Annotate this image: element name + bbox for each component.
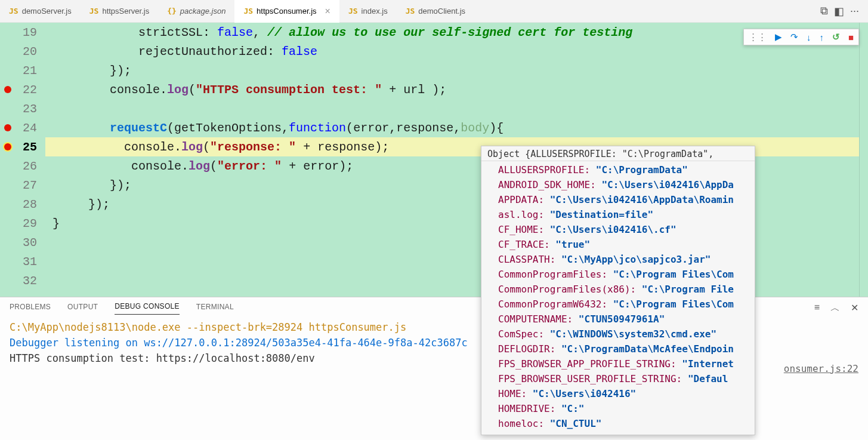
debug-toolbar: ⋮⋮ ▶ ↷ ↓ ↑ ↺ ■ xyxy=(743,29,859,45)
tab-httpsserver[interactable]: JShttpsServer.js xyxy=(81,0,158,23)
tab-democlient[interactable]: JSdemoClient.js xyxy=(397,0,474,23)
js-icon: JS xyxy=(406,7,415,16)
gutter: 1920212223242526272829303132 xyxy=(0,23,45,297)
hover-value: "CN_CTUL" xyxy=(544,418,601,429)
debug-hover[interactable]: Object {ALLUSERSPROFILE: "C:\ProgramData… xyxy=(481,146,755,435)
breakpoint-icon xyxy=(4,143,11,150)
hover-key: CommonProgramFiles: xyxy=(498,269,607,280)
hover-row[interactable]: FPS_BROWSER_USER_PROFILE_STRING: "Defaul xyxy=(481,371,755,386)
hover-row[interactable]: ANDROID_SDK_HOME: "C:\Users\i042416\AppD… xyxy=(481,177,755,192)
split-editor-icon[interactable]: ◧ xyxy=(834,5,844,18)
hover-value: "CTUN50947961A" xyxy=(573,313,665,325)
source-link[interactable]: onsumer.js:22 xyxy=(784,363,858,374)
hover-value: "C:\MyApp\jco\sapjco3.jar" xyxy=(555,254,711,265)
compare-icon[interactable]: ⧉ xyxy=(820,5,828,18)
line-number: 27 xyxy=(15,179,42,192)
breakpoint-gutter[interactable] xyxy=(0,86,15,93)
hover-key: CommonProgramW6432: xyxy=(498,299,607,310)
breakpoint-gutter[interactable] xyxy=(0,124,15,131)
hover-row[interactable]: COMPUTERNAME: "CTUN50947961A" xyxy=(481,312,755,327)
hover-key: ANDROID_SDK_HOME: xyxy=(498,179,596,190)
line-number: 29 xyxy=(15,217,42,230)
line-number: 21 xyxy=(15,64,42,78)
hover-row[interactable]: ComSpec: "C:\WINDOWS\system32\cmd.exe" xyxy=(481,327,755,341)
title-actions: ⧉ ◧ ··· xyxy=(820,5,868,18)
hover-value: "C:\ProgramData" xyxy=(590,164,688,176)
tab-index[interactable]: JSindex.js xyxy=(339,0,397,23)
line-number: 30 xyxy=(15,236,42,250)
line-number: 24 xyxy=(15,121,42,135)
step-out-button[interactable]: ↑ xyxy=(819,32,824,42)
line-number: 28 xyxy=(15,198,42,211)
hover-row[interactable]: HOME: "C:\Users\i042416" xyxy=(481,386,755,401)
tab-httpsconsumer[interactable]: JShttpsConsumer.js× xyxy=(234,0,339,23)
hover-key: DEFLOGDIR: xyxy=(498,343,555,355)
hover-key: COMPUTERNAME: xyxy=(498,313,573,325)
line-number: 19 xyxy=(15,26,42,39)
hover-value: "C:\WINDOWS\system32\cmd.exe" xyxy=(544,328,716,340)
hover-key: homeloc: xyxy=(498,418,544,429)
js-icon: JS xyxy=(243,7,253,16)
hover-value: "C:\Users\i042416\AppDa xyxy=(596,179,734,190)
tab-label: index.js xyxy=(362,7,388,16)
hover-row[interactable]: CF_HOME: "C:\Users\i042416\.cf" xyxy=(481,222,755,237)
hover-row[interactable]: CLASSPATH: "C:\MyApp\jco\sapjco3.jar" xyxy=(481,252,755,267)
code-area[interactable]: strictSSL: false, // allow us to use our… xyxy=(45,23,859,297)
js-icon: JS xyxy=(89,7,99,16)
tab-label: httpsConsumer.js xyxy=(257,7,316,16)
hover-value: "C:\Program File xyxy=(636,284,734,295)
tab-demoserver[interactable]: JSdemoServer.js xyxy=(0,0,81,23)
tab-problems[interactable]: PROBLEMS xyxy=(10,303,51,315)
js-icon: JS xyxy=(9,7,18,16)
hover-value: "C:\Program Files\Com xyxy=(607,299,734,310)
js-icon: JS xyxy=(348,7,358,16)
line-number: 25 xyxy=(15,140,42,154)
hover-key: HOME: xyxy=(498,388,527,399)
hover-value: "C:\Users\i042416\AppData\Roamin xyxy=(544,194,734,205)
hover-row[interactable]: APPDATA: "C:\Users\i042416\AppData\Roami… xyxy=(481,192,755,207)
close-icon[interactable]: × xyxy=(325,6,330,17)
more-icon[interactable]: ··· xyxy=(850,5,859,18)
line-number: 31 xyxy=(15,255,42,269)
hover-row[interactable]: FPS_BROWSER_APP_PROFILE_STRING: "Interne… xyxy=(481,356,755,371)
tab-label: package.json xyxy=(180,7,226,16)
hover-row[interactable]: HOMEDRIVE: "C:" xyxy=(481,401,755,416)
stop-button[interactable]: ■ xyxy=(848,32,854,42)
hover-row[interactable]: CommonProgramW6432: "C:\Program Files\Co… xyxy=(481,297,755,312)
hover-key: FPS_BROWSER_USER_PROFILE_STRING: xyxy=(498,373,682,384)
tab-label: demoServer.js xyxy=(22,7,72,16)
hover-row[interactable]: DEFLOGDIR: "C:\ProgramData\McAfee\Endpoi… xyxy=(481,341,755,356)
hover-row[interactable]: CommonProgramFiles(x86): "C:\Program Fil… xyxy=(481,282,755,297)
tab-packagejson[interactable]: {}package.json xyxy=(158,0,234,23)
hover-value: "C:\ProgramData\McAfee\Endpoin xyxy=(555,343,734,355)
hover-key: CF_TRACE: xyxy=(498,239,550,250)
continue-button[interactable]: ▶ xyxy=(775,32,782,42)
hover-value: "Destination=file" xyxy=(544,209,653,220)
hover-value: "C:" xyxy=(555,403,584,414)
step-into-button[interactable]: ↓ xyxy=(807,32,811,42)
hover-value: "true" xyxy=(550,239,590,250)
line-number: 26 xyxy=(15,159,42,173)
hover-header: Object {ALLUSERSPROFILE: "C:\ProgramData… xyxy=(481,146,755,161)
grip-icon[interactable]: ⋮⋮ xyxy=(749,32,767,42)
hover-value: "C:\Users\i042416" xyxy=(527,388,636,399)
hover-row[interactable]: CommonProgramFiles: "C:\Program Files\Co… xyxy=(481,267,755,282)
minimap[interactable] xyxy=(859,23,868,297)
hover-row[interactable]: asl.log: "Destination=file" xyxy=(481,207,755,222)
restart-button[interactable]: ↺ xyxy=(832,32,840,42)
hover-key: FPS_BROWSER_APP_PROFILE_STRING: xyxy=(498,358,677,370)
hover-row[interactable]: ALLUSERSPROFILE: "C:\ProgramData" xyxy=(481,162,755,177)
hover-key: ALLUSERSPROFILE: xyxy=(498,164,590,176)
breakpoint-icon xyxy=(4,86,11,93)
hover-value: "C:\Program Files\Com xyxy=(607,269,734,280)
hover-row[interactable]: homeloc: "CN_CTUL" xyxy=(481,416,755,431)
step-over-button[interactable]: ↷ xyxy=(790,32,798,42)
hover-key: HOMEDRIVE: xyxy=(498,403,555,414)
hover-row[interactable]: CF_TRACE: "true" xyxy=(481,237,755,252)
hover-key: ComSpec: xyxy=(498,328,544,340)
breakpoint-gutter[interactable] xyxy=(0,143,15,150)
editor: 1920212223242526272829303132 strictSSL: … xyxy=(0,23,868,297)
hover-key: CommonProgramFiles(x86): xyxy=(498,284,636,295)
hover-key: asl.log: xyxy=(498,209,544,220)
hover-value: "Defaul xyxy=(682,373,728,384)
